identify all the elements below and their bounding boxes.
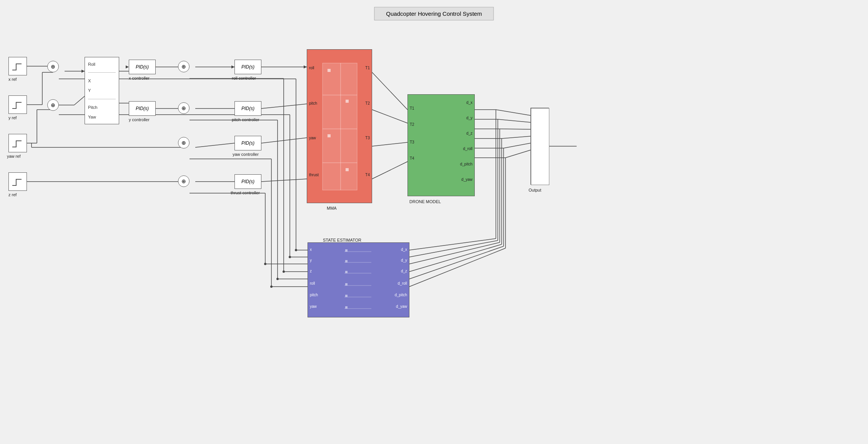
sum3: ⊕ (178, 61, 190, 72)
pid-pitch-controller[interactable]: PID(s) (234, 101, 261, 116)
svg-line-24 (261, 138, 307, 143)
rollctrl-label: roll controller (232, 76, 256, 80)
yawref-label: yaw ref (7, 154, 20, 159)
svg-line-50 (409, 244, 502, 272)
svg-marker-80 (81, 70, 85, 73)
svg-line-48 (409, 242, 500, 264)
sum2: ⊕ (47, 99, 59, 111)
state-estimator-label: STATE ESTIMATOR (323, 238, 361, 242)
svg-point-74 (289, 256, 291, 258)
svg-line-46 (409, 240, 498, 257)
state-estimator-block: x y z roll pitch yaw d_x d_y d_z d_roll … (308, 242, 409, 317)
svg-point-77 (270, 285, 273, 288)
drone-model-label: DRONE MODEL (409, 199, 441, 204)
pid-y-controller[interactable]: PID(s) (129, 101, 156, 116)
sum4: ⊕ (178, 102, 190, 114)
output-label: Output (529, 188, 541, 192)
svg-line-36 (496, 110, 530, 115)
svg-rect-106 (531, 108, 549, 185)
svg-rect-93 (346, 168, 349, 171)
svg-rect-91 (346, 100, 349, 103)
svg-line-28 (372, 142, 407, 146)
svg-line-25 (261, 179, 307, 182)
pid-roll-controller[interactable]: PID(s) (234, 60, 261, 74)
svg-line-29 (372, 162, 407, 179)
pid-x-controller[interactable]: PID(s) (129, 60, 156, 74)
svg-line-40 (504, 143, 530, 148)
svg-line-19 (195, 143, 234, 147)
mma-label: MMA (327, 206, 337, 210)
yawctrl-label: yaw controller (233, 152, 259, 157)
svg-rect-85 (323, 63, 357, 190)
svg-rect-101 (345, 260, 348, 262)
drone-model-block: T1 T2 T3 T4 d_x d_y d_z d_roll d_pitch d… (407, 94, 475, 196)
svg-rect-100 (345, 249, 348, 252)
svg-line-37 (498, 119, 530, 122)
svg-rect-105 (345, 306, 348, 309)
yref-label: y ref (8, 115, 17, 120)
pitchctrl-label: pitch controller (232, 117, 259, 122)
svg-rect-92 (328, 134, 331, 137)
output-mux-block (530, 108, 549, 185)
sum5: ⊕ (178, 137, 190, 149)
svg-line-27 (372, 110, 407, 123)
svg-line-26 (372, 72, 407, 110)
xyz-block: Roll X Y Pitch Yaw (85, 57, 119, 124)
svg-line-23 (261, 104, 307, 108)
zref-label: z ref (8, 192, 17, 197)
svg-marker-83 (231, 65, 234, 68)
svg-line-39 (502, 136, 530, 139)
svg-line-6 (74, 96, 85, 105)
svg-line-52 (409, 246, 504, 279)
mma-block: roll pitch yaw thrust T1 T2 T3 T4 (307, 49, 372, 203)
zref-block[interactable] (8, 172, 27, 191)
xref-block[interactable] (8, 57, 27, 75)
svg-marker-81 (126, 65, 129, 68)
svg-line-41 (506, 150, 530, 158)
svg-marker-84 (304, 65, 307, 68)
svg-rect-103 (345, 283, 348, 285)
svg-line-38 (500, 129, 530, 129)
pid-thrust-controller[interactable]: PID(s) (234, 174, 261, 189)
yctrl-label: y controller (129, 117, 150, 122)
yawref-block[interactable] (8, 134, 27, 152)
svg-line-44 (409, 239, 496, 250)
svg-rect-102 (345, 271, 348, 273)
sum6: ⊕ (178, 175, 190, 187)
xref-label: x ref (8, 77, 17, 82)
diagram-container: Quadcopter Hovering Control System (0, 0, 868, 444)
xctrl-label: x controller (129, 76, 150, 80)
svg-point-73 (295, 249, 297, 251)
diagram-title: Quadcopter Hovering Control System (374, 7, 494, 20)
yref-block[interactable] (8, 95, 27, 114)
pid-yaw-controller[interactable]: PID(s) (234, 136, 261, 150)
svg-rect-90 (328, 69, 331, 72)
svg-rect-104 (345, 295, 348, 297)
thrustctrl-label: thrust controller (231, 190, 260, 195)
svg-point-76 (276, 278, 279, 280)
sum1: ⊕ (47, 61, 59, 72)
svg-point-75 (283, 270, 285, 273)
svg-point-78 (264, 263, 266, 265)
svg-line-54 (409, 248, 506, 287)
